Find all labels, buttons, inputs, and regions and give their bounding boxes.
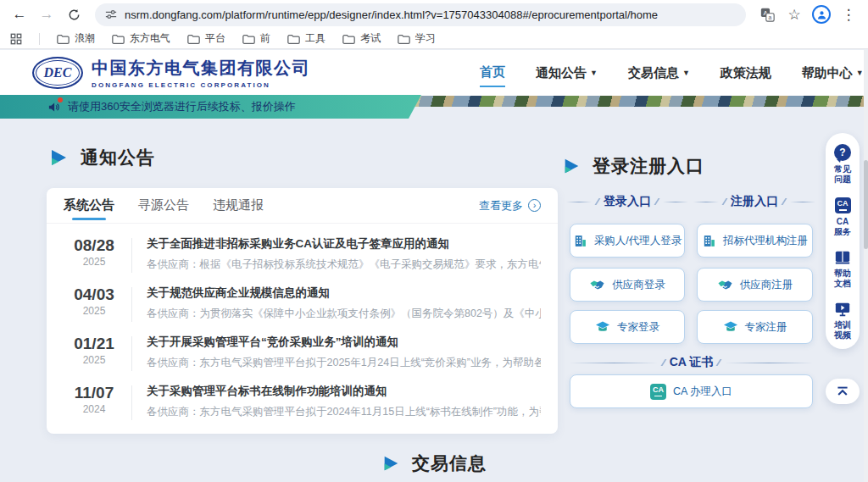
button-label: 专家登录 bbox=[617, 320, 659, 335]
trade-section-title: 交易信息 bbox=[412, 452, 487, 475]
ticker-text: 请使用360安全浏览器进行后续投标、报价操作 bbox=[68, 99, 296, 114]
scrollbar-track[interactable] bbox=[864, 50, 868, 482]
notice-row[interactable]: 04/03 2025 关于规范供应商企业规模信息的通知 各供应商：为贯彻落实《保… bbox=[47, 278, 558, 327]
building-icon bbox=[573, 234, 587, 248]
bidding-agency-register-button[interactable]: 招标代理机构注册 bbox=[697, 224, 813, 258]
chevron-down-icon: ▼ bbox=[856, 69, 864, 77]
bookmark-folder[interactable]: 东方电气 bbox=[112, 31, 170, 46]
training-video-icon bbox=[834, 302, 851, 317]
reload-icon[interactable] bbox=[63, 3, 85, 25]
nav-policies[interactable]: 政策法规 bbox=[721, 60, 771, 86]
browser-menu-icon[interactable]: ⋮ bbox=[837, 3, 860, 25]
button-label: 供应商注册 bbox=[740, 278, 793, 292]
login-group-label: 登录入口 bbox=[566, 194, 688, 209]
speaker-icon bbox=[47, 101, 60, 114]
bookmarks-bar: 浪潮 东方电气 平台 前 工具 考试 学习 bbox=[0, 29, 868, 49]
company-name-cn: 中国东方电气集团有限公司 bbox=[92, 57, 310, 80]
floating-quickbar: ? 常见问题 CA CA服务 帮助文档 培训视频 bbox=[826, 133, 860, 349]
bookmark-folder[interactable]: 工具 bbox=[287, 31, 326, 46]
graduation-cap-icon bbox=[723, 320, 738, 334]
chevron-down-icon: ▼ bbox=[590, 69, 598, 77]
button-label: 采购人/代理人登录 bbox=[594, 234, 682, 248]
site-info-icon[interactable] bbox=[105, 8, 117, 20]
tab-violation-reports[interactable]: 违规通报 bbox=[213, 188, 264, 224]
tab-sourcing-notices[interactable]: 寻源公告 bbox=[138, 188, 189, 224]
trade-section-heading: 交易信息 bbox=[0, 452, 868, 475]
notice-title[interactable]: 关于全面推进非招标采购业务CA认证及电子签章应用的通知 bbox=[147, 236, 541, 252]
ca-icon: CA bbox=[650, 384, 666, 400]
url-text[interactable]: nsrm.dongfang.com/platform/runtime/epp/d… bbox=[125, 8, 658, 21]
notice-title[interactable]: 关于规范供应商企业规模信息的通知 bbox=[147, 285, 541, 301]
nav-notices[interactable]: 通知公告▼ bbox=[536, 60, 598, 86]
section-arrow-icon bbox=[48, 147, 69, 168]
question-icon: ? bbox=[834, 144, 851, 161]
register-group-label: 注册入口 bbox=[693, 194, 815, 209]
bookmark-label[interactable]: 考试 bbox=[360, 31, 381, 46]
buyer-agent-login-button[interactable]: 采购人/代理人登录 bbox=[570, 224, 685, 258]
notice-desc: 各供应商：东方电气采购管理平台拟于2024年11月15日上线“标书在线制作”功能… bbox=[147, 405, 541, 419]
back-to-top-icon bbox=[836, 385, 849, 397]
nav-home[interactable]: 首页 bbox=[480, 59, 505, 87]
handshake-icon bbox=[717, 278, 733, 292]
bookmark-folder[interactable]: 学习 bbox=[398, 31, 436, 46]
forward-icon[interactable]: → bbox=[36, 3, 58, 25]
profile-icon[interactable] bbox=[810, 3, 832, 25]
ca-apply-button[interactable]: CA CA 办理入口 bbox=[570, 374, 813, 408]
bookmark-star-icon[interactable]: ☆ bbox=[783, 3, 805, 25]
bookmark-label[interactable]: 工具 bbox=[305, 31, 326, 46]
notices-tabbar: 系统公告 寻源公告 违规通报 查看更多 › bbox=[47, 188, 558, 224]
quickbar-item-ca-service[interactable]: CA CA服务 bbox=[834, 197, 851, 237]
help-doc-icon bbox=[834, 250, 851, 265]
notices-section-heading: 通知公告 bbox=[48, 146, 155, 169]
url-bar[interactable]: nsrm.dongfang.com/platform/runtime/epp/d… bbox=[95, 3, 746, 26]
notice-title[interactable]: 关于采购管理平台标书在线制作功能培训的通知 bbox=[147, 384, 541, 399]
expert-register-button[interactable]: 专家注册 bbox=[697, 310, 813, 344]
expert-login-button[interactable]: 专家登录 bbox=[570, 310, 685, 344]
supplier-login-button[interactable]: 供应商登录 bbox=[570, 268, 685, 302]
bookmark-label[interactable]: 浪潮 bbox=[75, 31, 95, 46]
bookmark-label[interactable]: 学习 bbox=[415, 31, 436, 46]
view-more-link[interactable]: 查看更多 › bbox=[479, 198, 541, 213]
button-label: 专家注册 bbox=[745, 320, 787, 335]
notice-desc: 各供应商：东方电气采购管理平台拟于2025年1月24日上线“竞价采购”业务，为帮… bbox=[147, 356, 541, 370]
notices-card: 系统公告 寻源公告 违规通报 查看更多 › 08/28 2025 关于全面推进非… bbox=[47, 188, 558, 434]
bookmark-label[interactable]: 前 bbox=[260, 31, 270, 46]
bookmark-label[interactable]: 东方电气 bbox=[130, 31, 170, 46]
apps-grid-icon[interactable] bbox=[10, 33, 22, 45]
bookmark-label[interactable]: 平台 bbox=[205, 31, 225, 46]
scrollbar-thumb[interactable] bbox=[864, 160, 868, 249]
quickbar-item-faq[interactable]: ? 常见问题 bbox=[834, 144, 851, 185]
quickbar-item-training-videos[interactable]: 培训视频 bbox=[834, 302, 851, 341]
nav-help-center[interactable]: 帮助中心▼ bbox=[802, 60, 864, 86]
notice-row[interactable]: 08/28 2025 关于全面推进非招标采购业务CA认证及电子签章应用的通知 各… bbox=[47, 229, 558, 278]
button-label: CA 办理入口 bbox=[673, 385, 732, 399]
chevron-down-icon: ▼ bbox=[682, 69, 690, 77]
quickbar-item-help-docs[interactable]: 帮助文档 bbox=[834, 250, 851, 289]
notice-date: 04/03 2025 bbox=[64, 285, 125, 317]
bookmark-folder[interactable]: 平台 bbox=[187, 31, 225, 46]
browser-toolbar: ← → nsrm.dongfang.com/platform/runtime/e… bbox=[0, 0, 868, 29]
button-label: 招标代理机构注册 bbox=[723, 234, 808, 248]
ca-icon: CA bbox=[835, 197, 851, 213]
supplier-register-button[interactable]: 供应商注册 bbox=[697, 268, 813, 302]
divider bbox=[39, 33, 40, 45]
bookmark-folder[interactable]: 考试 bbox=[342, 31, 381, 46]
back-icon[interactable]: ← bbox=[8, 3, 31, 25]
notice-row[interactable]: 01/21 2025 关于开展采购管理平台“竞价采购业务”培训的通知 各供应商：… bbox=[47, 327, 558, 376]
button-label: 供应商登录 bbox=[612, 278, 665, 292]
brand-logo[interactable]: DEC 中国东方电气集团有限公司 DONGFANG ELECTRIC CORPO… bbox=[32, 57, 310, 89]
svg-text:a: a bbox=[768, 14, 771, 20]
notice-row[interactable]: 11/07 2024 关于采购管理平台标书在线制作功能培训的通知 各供应商：东方… bbox=[47, 376, 558, 425]
main-nav: 首页 通知公告▼ 交易信息▼ 政策法规 帮助中心▼ bbox=[480, 50, 864, 96]
bookmark-folder[interactable]: 前 bbox=[242, 31, 270, 46]
notice-date: 08/28 2025 bbox=[64, 236, 125, 268]
bookmark-folder[interactable]: 浪潮 bbox=[57, 31, 95, 46]
tab-system-notices[interactable]: 系统公告 bbox=[64, 188, 114, 224]
back-to-top-button[interactable] bbox=[826, 379, 860, 404]
notice-title[interactable]: 关于开展采购管理平台“竞价采购业务”培训的通知 bbox=[147, 335, 541, 350]
notification-dot bbox=[58, 97, 63, 102]
translate-icon[interactable]: Aa bbox=[756, 3, 778, 25]
nav-trade-info[interactable]: 交易信息▼ bbox=[628, 60, 690, 86]
graduation-cap-icon bbox=[595, 320, 610, 334]
screen: ← → nsrm.dongfang.com/platform/runtime/e… bbox=[0, 0, 868, 482]
